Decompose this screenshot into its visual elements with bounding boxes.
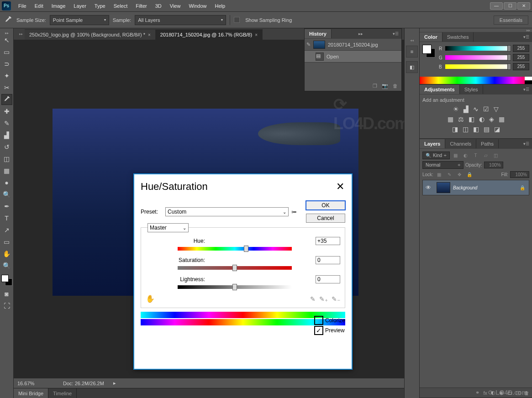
close-button[interactable]: ✕ [517,2,530,10]
stamp-tool[interactable]: ▟ [1,130,12,141]
workspace-switcher[interactable]: Essentials [494,16,528,25]
r-slider[interactable] [445,46,511,51]
blur-tool[interactable]: ● [1,177,12,188]
history-step[interactable]: ▤ Open [305,51,401,63]
menu-type[interactable]: Type [91,1,109,10]
adj-posterize-icon[interactable]: ◫ [463,126,469,133]
hue-value[interactable]: +35 [316,237,340,245]
adj-exposure-icon[interactable]: ☑ [483,105,489,113]
channel-select[interactable]: Master⌄ [147,223,189,232]
adj-invert-icon[interactable]: ◨ [452,126,458,133]
wand-tool[interactable]: ✦ [1,70,12,81]
styles-tab[interactable]: Styles [460,85,483,94]
quickmask-tool[interactable]: ◙ [1,288,12,299]
lock-pixels-icon[interactable]: ▦ [435,171,443,178]
blend-mode-select[interactable]: Normal÷ [422,161,464,169]
shape-tool[interactable]: ▭ [1,236,12,247]
channels-tab[interactable]: Channels [445,139,476,148]
paths-tab[interactable]: Paths [476,139,499,148]
trash-icon[interactable]: 🗑 [393,83,398,89]
history-snapshot[interactable]: ✎ 20180714_150204.jpg [305,39,401,51]
ok-button[interactable]: OK [306,201,345,210]
history-brush-tool[interactable]: ↺ [1,141,12,152]
pen-tool[interactable]: ✒ [1,201,12,212]
fill-value[interactable]: 100% [510,171,529,178]
b-value[interactable]: 255 [513,63,529,70]
adj-threshold-icon[interactable]: ◧ [473,126,479,133]
minimize-button[interactable]: — [490,2,503,10]
adj-brightness-icon[interactable]: ☀ [453,105,459,113]
menu-3d[interactable]: 3D [152,1,165,10]
panel-icon-1[interactable]: ≡ [406,46,418,58]
filter-smart-icon[interactable]: ◫ [492,152,500,159]
filter-adjust-icon[interactable]: ◐ [462,152,470,159]
g-slider[interactable] [445,55,511,60]
collapse-icon[interactable]: ▸▸ [356,31,366,36]
adj-gradient-icon[interactable]: ▤ [484,126,490,133]
maximize-button[interactable]: ☐ [504,2,516,10]
zoom-level[interactable]: 16.67% [17,381,54,386]
cancel-button[interactable]: Cancel [306,214,345,223]
menu-select[interactable]: Select [110,1,132,10]
filter-shape-icon[interactable]: ▱ [482,152,490,159]
panel-menu-icon[interactable]: ▾☰ [390,31,401,36]
adj-hue-icon[interactable]: ▦ [448,115,453,123]
lock-move-icon[interactable]: ✥ [455,171,464,178]
hand-tool[interactable]: ✋ [1,248,12,259]
menu-filter[interactable]: Filter [132,1,150,10]
dialog-close-icon[interactable]: ✕ [336,181,344,193]
eraser-tool[interactable]: ◫ [1,153,12,164]
layer-filter-kind[interactable]: 🔍 Kind ÷ [422,152,450,159]
eyedropper-plus-icon[interactable]: ✎₊ [319,295,328,303]
sample-size-select[interactable]: Point Sample [50,15,109,25]
show-ring-check[interactable] [234,17,240,23]
zoom-tool[interactable]: 🔍 [1,260,12,271]
color-swatches[interactable] [1,275,12,286]
opacity-value[interactable]: 100% [484,162,503,168]
adj-bw-icon[interactable]: ◧ [469,115,474,123]
lightness-slider[interactable] [178,285,292,289]
adj-photofilter-icon[interactable]: ◐ [479,115,485,123]
lasso-tool[interactable]: ⊃ [1,58,12,69]
doc-tab-1[interactable]: 20180714_150204.jpg @ 16.7% (RGB/8) × [156,29,263,40]
adj-curves-icon[interactable]: ∿ [473,105,479,113]
layer-name[interactable]: Background [453,185,520,190]
saturation-slider[interactable] [178,266,292,270]
lock-position-icon[interactable]: ✎ [445,171,453,178]
layer-item-background[interactable]: 👁 Background 🔒 [422,180,529,195]
g-value[interactable]: 255 [513,54,529,61]
brush-tool[interactable]: ✎ [1,118,12,129]
move-tool[interactable]: ↖ [1,35,12,46]
panels-gripper[interactable]: ▸▸ [420,28,532,32]
timeline-tab[interactable]: Timeline [48,388,77,398]
lightness-value[interactable]: 0 [316,275,340,283]
tab-gripper[interactable]: ▸▸ [19,28,25,40]
preset-menu-icon[interactable]: ≔ [291,209,297,215]
new-doc-icon[interactable]: ❐ [373,83,377,89]
lock-all-icon[interactable]: 🔒 [465,171,474,178]
adj-lookup-icon[interactable]: ▦ [499,115,505,123]
filter-pixel-icon[interactable]: ▦ [452,152,460,159]
dodge-tool[interactable]: 🔍 [1,189,12,200]
fx-icon[interactable]: fx [483,390,487,396]
eyedropper-minus-icon[interactable]: ✎₋ [332,295,340,303]
adj-levels-icon[interactable]: ▟ [464,105,469,113]
mini-bridge-tab[interactable]: Mini Bridge [14,388,48,398]
scrub-hand-icon[interactable]: ✋ [146,294,155,303]
panel-icon-2[interactable]: ◧ [406,61,418,73]
adjustments-tab[interactable]: Adjustments [420,85,460,94]
marquee-tool[interactable]: ▭ [1,47,12,58]
layers-tab[interactable]: Layers [420,139,445,148]
menu-window[interactable]: Window [185,1,210,10]
link-icon[interactable]: ⚭ [475,390,479,396]
adj-mixer-icon[interactable]: ◈ [489,115,494,123]
crop-tool[interactable]: ✂ [1,82,12,93]
hue-slider[interactable] [178,247,292,251]
history-tab[interactable]: History [305,29,332,38]
saturation-value[interactable]: 0 [316,256,340,264]
menu-help[interactable]: Help [211,1,229,10]
preset-select[interactable]: Custom⌄ [165,207,289,216]
doc-tab-0[interactable]: 250x250_logo.jpg @ 100% (Background, RGB… [25,29,156,40]
tools-gripper[interactable]: ▸▸ [0,31,13,35]
colorize-checkbox[interactable] [314,316,323,325]
